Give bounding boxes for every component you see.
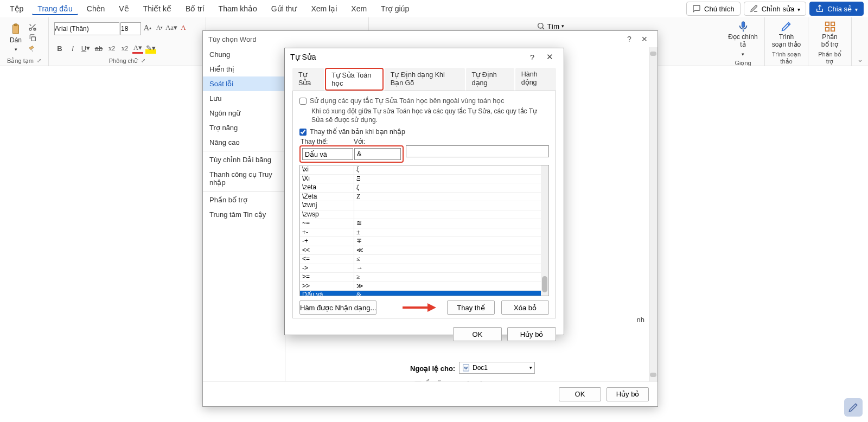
exceptions-label: Ngoại lệ cho: xyxy=(410,365,455,373)
menu-mailings[interactable]: Gửi thư xyxy=(266,2,303,15)
list-item[interactable]: ->→ xyxy=(300,264,548,273)
sidebar-item-accessibility[interactable]: Trợ năng xyxy=(203,120,285,135)
editor-group-label: Trình soạn thảo xyxy=(770,51,802,65)
tab-math-autocorrect[interactable]: Tự Sửa Toán học xyxy=(325,68,383,91)
sidebar-item-trust-center[interactable]: Trung tâm Tin cậy xyxy=(203,207,285,222)
addins-group-label: Phần bổ trợ xyxy=(814,51,846,65)
editor-label: Trình soạn thảo xyxy=(772,34,801,49)
list-item[interactable]: ~=≅ xyxy=(300,219,548,228)
menu-file[interactable]: Tệp xyxy=(4,2,29,15)
find-button[interactable]: Tìm ▾ xyxy=(537,22,564,30)
addins-button[interactable]: Phần bổ trợ xyxy=(817,20,843,50)
sidebar-item-addins[interactable]: Phần bổ trợ xyxy=(203,191,285,207)
sidebar-item-save[interactable]: Lưu xyxy=(203,91,285,106)
list-item[interactable]: >>≫ xyxy=(300,282,548,291)
menu-home[interactable]: Trang đầu xyxy=(32,2,78,15)
sidebar-item-quick-access[interactable]: Thanh công cụ Truy nhập xyxy=(203,167,285,190)
screenshot-edit-badge[interactable] xyxy=(844,398,863,417)
ribbon-collapse-chevron[interactable]: ⌄ xyxy=(857,55,863,63)
dialog-launcher-icon[interactable]: ⤢ xyxy=(141,57,145,65)
tab-actions[interactable]: Hành động xyxy=(515,68,556,91)
format-painter-icon[interactable] xyxy=(28,44,37,53)
dictate-button[interactable]: Đọc chính tả xyxy=(724,20,762,59)
dialog-launcher-icon[interactable]: ⤢ xyxy=(37,57,41,65)
options-ok-button[interactable]: OK xyxy=(559,387,601,401)
comments-button[interactable]: Chú thích xyxy=(686,2,741,16)
autocorrect-list[interactable]: \xiξ\XiΞ\zetaζ\ZetaΖ\zwnj\zwsp~=≅+-±-+∓<… xyxy=(299,165,549,296)
change-case-icon[interactable]: Aa▾ xyxy=(166,22,177,33)
autocorrect-ok-button[interactable]: OK xyxy=(453,327,502,341)
help-button[interactable]: ? xyxy=(622,35,637,43)
list-item[interactable]: -+∓ xyxy=(300,237,548,246)
sidebar-item-display[interactable]: Hiển thị xyxy=(203,62,285,76)
sidebar-item-language[interactable]: Ngôn ngữ xyxy=(203,106,285,120)
doc-select[interactable]: W Doc1 ▾ xyxy=(459,362,535,374)
list-item[interactable]: <=≤ xyxy=(300,255,548,264)
font-size-select[interactable] xyxy=(120,22,141,35)
share-button[interactable]: Chia sẻ xyxy=(809,2,864,16)
list-item[interactable]: Dấu và& xyxy=(300,291,548,296)
menu-design[interactable]: Thiết kế xyxy=(138,2,177,15)
replace-button[interactable]: Thay thế xyxy=(447,300,495,315)
recognized-functions-button[interactable]: Hàm được Nhận dạng... xyxy=(299,300,376,315)
close-button[interactable]: ✕ xyxy=(637,35,652,43)
help-button[interactable]: ? xyxy=(524,53,541,62)
clear-formatting-icon[interactable]: A xyxy=(178,22,189,33)
replace-text-checkbox-row[interactable]: Thay thế văn bản khi bạn nhập xyxy=(299,127,549,136)
menu-draw[interactable]: Vẽ xyxy=(113,2,134,15)
list-item[interactable]: \XiΞ xyxy=(300,175,548,184)
list-item[interactable]: \xiξ xyxy=(300,165,548,175)
menu-insert[interactable]: Chèn xyxy=(81,2,110,15)
hide-spelling-checkbox[interactable] xyxy=(414,381,422,381)
shrink-font-icon[interactable]: A▾ xyxy=(154,22,165,33)
menu-help[interactable]: Trợ giúp xyxy=(375,2,414,15)
tab-autoformat-as-you-type[interactable]: Tự Định dạng Khi Bạn Gõ xyxy=(385,68,465,91)
list-item[interactable]: >=≥ xyxy=(300,273,548,282)
hide-spelling-checkbox-row[interactable]: Ẩn lỗi chính tả chỉ trong tài liệu này t… xyxy=(414,380,550,381)
bold-button[interactable]: B xyxy=(54,43,65,54)
use-outside-math-checkbox-row[interactable]: Sử dụng các quy tắc Tự Sửa Toán học bên … xyxy=(299,97,549,105)
list-item[interactable]: +-± xyxy=(300,228,548,238)
list-item[interactable]: \ZetaΖ xyxy=(300,193,548,202)
list-item[interactable]: <<≪ xyxy=(300,246,548,255)
close-button[interactable]: ✕ xyxy=(541,52,558,62)
sidebar-item-advanced[interactable]: Nâng cao xyxy=(203,135,285,150)
editor-button[interactable]: Trình soạn thảo xyxy=(768,20,805,50)
grow-font-icon[interactable]: A▴ xyxy=(142,22,153,33)
font-name-select[interactable] xyxy=(54,22,119,35)
superscript-button[interactable]: x2 xyxy=(119,43,130,54)
menu-review[interactable]: Xem lại xyxy=(305,2,342,15)
menu-view[interactable]: Xem xyxy=(346,2,372,15)
sidebar-item-customize-ribbon[interactable]: Tùy chỉnh Dải băng xyxy=(203,151,285,167)
sidebar-item-general[interactable]: Chung xyxy=(203,47,285,62)
strikethrough-button[interactable]: ab xyxy=(93,43,104,54)
underline-button[interactable]: U▾ xyxy=(80,43,91,54)
tab-autocorrect[interactable]: Tự Sửa xyxy=(292,68,324,91)
font-color-button[interactable]: A▾ xyxy=(132,43,143,54)
scrollbar[interactable] xyxy=(649,47,658,381)
list-scrollbar[interactable] xyxy=(541,165,548,296)
editing-mode-button[interactable]: Chỉnh sửa xyxy=(744,2,806,16)
replace-input[interactable] xyxy=(302,148,353,160)
menu-references[interactable]: Tham khảo xyxy=(213,2,263,15)
sidebar-item-proofing[interactable]: Soát lỗi xyxy=(203,76,285,91)
use-outside-math-checkbox[interactable] xyxy=(299,98,307,105)
list-item[interactable]: \zwnj xyxy=(300,201,548,210)
with-input-extension[interactable] xyxy=(406,145,549,157)
subscript-button[interactable]: x2 xyxy=(106,43,117,54)
copy-icon[interactable] xyxy=(28,34,37,42)
menu-layout[interactable]: Bố trí xyxy=(180,2,210,15)
autocorrect-cancel-button[interactable]: Hủy bỏ xyxy=(507,327,556,341)
italic-button[interactable]: I xyxy=(67,43,78,54)
delete-button[interactable]: Xóa bỏ xyxy=(501,300,549,315)
options-cancel-button[interactable]: Hủy bỏ xyxy=(607,387,649,401)
replace-text-checkbox[interactable] xyxy=(299,129,307,136)
svg-rect-10 xyxy=(831,28,834,31)
list-item[interactable]: \zwsp xyxy=(300,210,548,220)
with-input[interactable] xyxy=(354,148,401,160)
cut-icon[interactable] xyxy=(28,23,37,31)
paste-button[interactable]: Dán xyxy=(5,22,26,54)
highlight-button[interactable]: ✎▾ xyxy=(145,43,156,54)
tab-autoformat[interactable]: Tự Định dạng xyxy=(466,68,514,91)
list-item[interactable]: \zetaζ xyxy=(300,183,548,193)
